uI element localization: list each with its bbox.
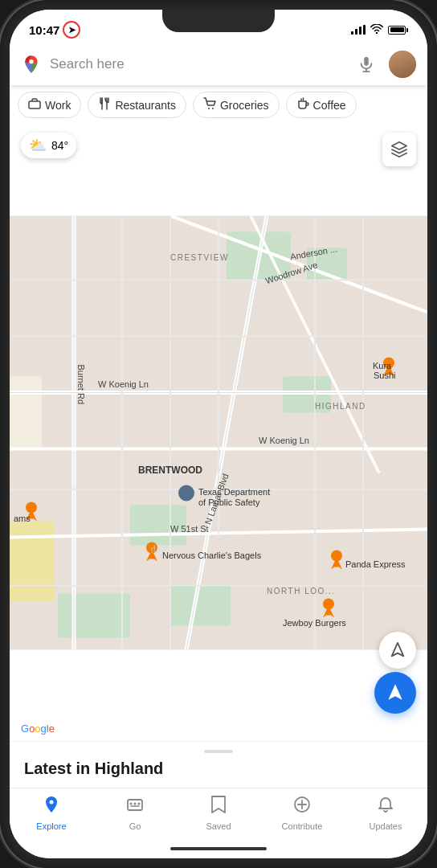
mic-button[interactable] <box>352 50 381 79</box>
svg-point-1 <box>29 59 33 63</box>
svg-rect-5 <box>29 101 40 108</box>
svg-rect-19 <box>170 586 231 626</box>
search-placeholder: Search here <box>50 56 344 72</box>
nav-item-saved[interactable]: Saved <box>177 795 260 831</box>
svg-text:Kura: Kura <box>373 361 392 371</box>
saved-icon <box>210 795 227 819</box>
map-canvas: Burnet Rd N Lamar Blvd W Koenig Ln W Koe… <box>10 125 427 741</box>
svg-rect-53 <box>178 485 194 502</box>
google-logo: Google <box>21 723 55 735</box>
svg-point-76 <box>134 803 137 805</box>
svg-text:of Public Safety: of Public Safety <box>198 497 260 507</box>
location-icon: ➤ <box>63 21 80 39</box>
svg-text:ams: ams <box>14 514 31 523</box>
fork-knife-icon <box>98 97 111 113</box>
filter-chip-restaurants[interactable]: Restaurants <box>88 92 186 118</box>
nav-label-go: Go <box>129 821 141 831</box>
filter-label-restaurants: Restaurants <box>115 99 175 112</box>
svg-text:Texas Department: Texas Department <box>198 487 270 497</box>
avatar[interactable] <box>389 51 416 78</box>
nav-item-go[interactable]: Go <box>93 795 177 831</box>
svg-point-9 <box>208 108 210 109</box>
phone-frame: 10:47 ➤ <box>0 0 437 868</box>
nav-label-contribute: Contribute <box>282 821 323 831</box>
layers-button[interactable] <box>382 133 416 166</box>
go-icon <box>125 795 145 819</box>
weather-badge: ⛅ 84° <box>21 133 76 158</box>
wifi-icon <box>370 24 383 36</box>
svg-text:🍴: 🍴 <box>149 544 158 554</box>
bottom-sheet: Latest in Highland <box>10 741 427 788</box>
notch <box>162 10 275 32</box>
nav-item-updates[interactable]: Updates <box>344 795 427 831</box>
sheet-title: Latest in Highland <box>24 760 413 778</box>
svg-text:Jewboy Burgers: Jewboy Burgers <box>283 618 346 628</box>
svg-point-68 <box>323 599 334 610</box>
navigate-button[interactable] <box>374 672 416 714</box>
svg-point-77 <box>138 803 141 805</box>
coffee-icon <box>296 97 309 113</box>
status-time: 10:47 ➤ <box>29 21 80 39</box>
filter-chip-groceries[interactable]: Groceries <box>193 92 280 118</box>
filter-chip-coffee[interactable]: Coffee <box>286 92 357 118</box>
svg-text:W Koenig Ln: W Koenig Ln <box>98 379 149 389</box>
svg-text:Burnet Rd: Burnet Rd <box>76 365 86 405</box>
svg-point-71 <box>26 502 37 514</box>
nav-item-explore[interactable]: Explore <box>10 795 93 831</box>
battery-icon <box>388 26 408 35</box>
svg-rect-18 <box>58 594 130 638</box>
sheet-handle <box>204 750 233 753</box>
nav-label-updates: Updates <box>370 821 402 831</box>
filter-chip-work[interactable]: Work <box>18 92 81 118</box>
search-input[interactable]: Search here <box>50 56 344 72</box>
svg-text:HIGHLAND: HIGHLAND <box>315 402 366 411</box>
time-display: 10:47 <box>29 23 59 37</box>
home-bar <box>170 847 267 850</box>
bottom-nav: Explore Go <box>10 788 427 839</box>
svg-rect-2 <box>364 57 369 66</box>
maps-logo-icon <box>21 54 42 75</box>
svg-point-61 <box>331 551 342 562</box>
svg-rect-20 <box>10 522 54 602</box>
briefcase-icon <box>28 98 41 112</box>
nav-item-contribute[interactable]: Contribute <box>260 795 344 831</box>
svg-text:W 51st St: W 51st St <box>170 524 209 534</box>
svg-text:NORTH LOO...: NORTH LOO... <box>267 587 336 596</box>
svg-point-75 <box>130 803 133 805</box>
svg-point-10 <box>212 108 214 109</box>
signal-icon <box>351 25 366 35</box>
svg-text:W Koenig Ln: W Koenig Ln <box>259 436 309 445</box>
nav-label-saved: Saved <box>206 821 231 831</box>
svg-rect-21 <box>10 377 42 449</box>
quick-filters: Work Restaurants <box>10 85 427 125</box>
map-area[interactable]: Burnet Rd N Lamar Blvd W Koenig Ln W Koe… <box>10 125 427 741</box>
main-content: Search here <box>10 45 427 858</box>
svg-text:BRENTWOOD: BRENTWOOD <box>138 465 202 476</box>
temperature: 84° <box>51 139 68 152</box>
explore-icon <box>42 795 61 819</box>
my-location-button[interactable] <box>379 632 416 669</box>
svg-text:CRESTVIEW: CRESTVIEW <box>170 253 229 262</box>
filter-label-coffee: Coffee <box>313 99 346 112</box>
svg-text:Sushi: Sushi <box>374 371 396 380</box>
cart-icon <box>203 97 216 113</box>
svg-text:Panda Express: Panda Express <box>345 559 406 569</box>
contribute-icon <box>292 795 312 819</box>
phone-screen: 10:47 ➤ <box>10 10 427 858</box>
home-indicator <box>10 839 427 858</box>
svg-point-0 <box>376 31 378 33</box>
svg-point-73 <box>50 800 54 805</box>
filter-label-work: Work <box>45 99 71 112</box>
search-bar[interactable]: Search here <box>10 45 427 85</box>
nav-label-explore: Explore <box>36 821 66 831</box>
status-icons <box>351 24 408 36</box>
svg-text:Nervous Charlie's Bagels: Nervous Charlie's Bagels <box>162 551 262 560</box>
filter-label-groceries: Groceries <box>220 99 269 112</box>
weather-icon: ⛅ <box>29 137 47 154</box>
updates-icon <box>376 795 395 819</box>
